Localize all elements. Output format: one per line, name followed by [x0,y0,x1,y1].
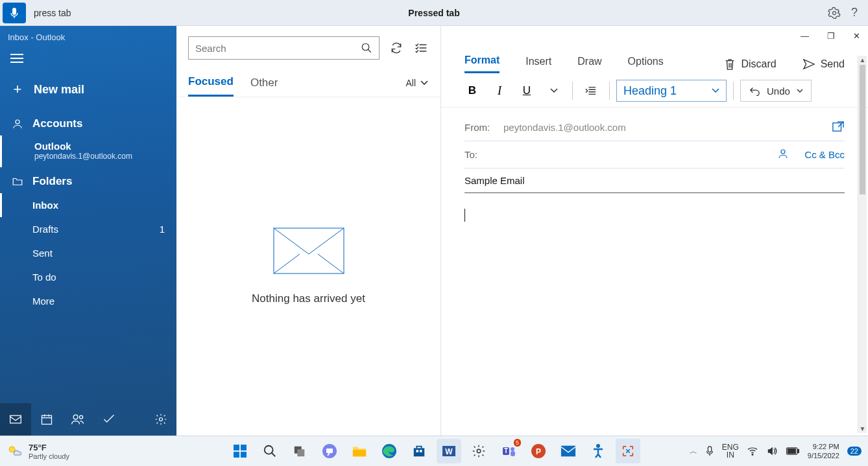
svg-rect-20 [326,449,333,453]
weather-widget[interactable]: 75°F Partly cloudy [6,443,69,460]
teams-button[interactable]: T 5 [496,439,521,463]
undo-button[interactable]: Undo [740,80,812,102]
chat-button[interactable] [317,439,342,463]
subject-value[interactable]: Sample Email [464,175,845,186]
scroll-up-arrow[interactable]: ▲ [858,56,867,64]
select-mode-button[interactable] [413,40,429,56]
folder-count: 1 [160,224,165,235]
mic-button[interactable] [3,3,26,23]
from-value: peytondavis.1@outlook.com [503,122,824,133]
notification-count[interactable]: 22 [847,447,862,456]
explorer-button[interactable] [347,439,372,463]
underline-button[interactable]: U [515,80,538,102]
scroll-down-arrow[interactable]: ▼ [858,425,867,432]
hamburger-button[interactable] [0,46,176,75]
task-view-button[interactable] [287,439,312,463]
refresh-button[interactable] [389,40,404,56]
nav-settings-button[interactable] [145,403,176,436]
chevron-down-icon [797,89,803,93]
folder-icon [12,176,23,187]
tab-format[interactable]: Format [464,54,500,73]
svg-text:W: W [445,447,453,456]
tab-insert[interactable]: Insert [525,56,551,73]
powerpoint-button[interactable]: P [526,439,551,463]
empty-state: Nothing has arrived yet [176,97,440,436]
svg-point-7 [362,43,369,51]
folders-header[interactable]: Folders [0,167,176,193]
bold-button[interactable]: B [461,80,484,102]
svg-rect-21 [353,450,366,456]
accessibility-button[interactable] [586,439,610,463]
new-mail-button[interactable]: + New mail [0,75,176,110]
filter-label: All [405,78,416,88]
tab-options[interactable]: Options [628,56,664,73]
volume-icon[interactable] [766,446,778,456]
snip-button[interactable] [616,439,640,463]
taskbar-center: W T 5 P [228,439,640,463]
search-input[interactable] [195,43,361,54]
settings-button[interactable] [466,439,491,463]
scroll-thumb[interactable] [860,65,865,194]
account-item[interactable]: Outlook peytondavis.1@outlook.com [0,135,176,167]
account-email: peytondavis.1@outlook.com [34,152,165,161]
tray-overflow-button[interactable]: ︿ [690,446,697,457]
person-icon [777,148,789,159]
folder-drafts[interactable]: Drafts 1 [0,217,176,241]
contacts-button[interactable] [777,148,789,161]
text-cursor [464,209,465,222]
language-indicator[interactable]: ENG IN [722,443,739,459]
chevron-down-icon [550,88,558,93]
send-button[interactable]: Send [802,58,845,70]
edge-button[interactable] [377,439,402,463]
tab-other[interactable]: Other [250,76,278,96]
gear-icon[interactable] [828,6,841,19]
battery-icon[interactable] [786,447,800,455]
mail-app-button[interactable] [556,439,581,463]
tab-focused[interactable]: Focused [188,75,234,97]
style-dropdown[interactable]: Heading 1 [616,80,727,102]
open-new-window-button[interactable] [832,121,845,134]
help-icon[interactable]: ? [851,6,858,19]
mic-tray-icon[interactable] [705,446,714,456]
nav-people-button[interactable] [62,403,93,436]
clock[interactable]: 9:22 PM 9/15/2022 [808,442,839,460]
weather-cond: Partly cloudy [29,452,69,460]
nav-todo-button[interactable] [93,403,125,436]
folder-inbox[interactable]: Inbox [0,193,176,217]
compose-body[interactable] [441,193,868,436]
new-mail-label: New mail [34,83,84,97]
tab-draw[interactable]: Draw [577,56,601,73]
accounts-header[interactable]: Accounts [0,110,176,135]
folder-icon [352,444,367,458]
close-button[interactable]: ✕ [853,31,860,41]
nav-mail-button[interactable] [0,403,31,436]
cc-bcc-button[interactable]: Cc & Bcc [804,149,845,160]
search-box[interactable] [188,36,380,60]
indent-button[interactable] [579,80,603,102]
maximize-button[interactable]: ❐ [827,31,835,41]
subject-row[interactable]: Sample Email [464,169,845,193]
store-button[interactable] [407,439,431,463]
wifi-icon[interactable] [747,447,758,456]
svg-rect-40 [798,449,799,452]
word-button[interactable]: W [437,439,461,463]
taskview-icon [293,445,307,458]
to-row[interactable]: To: Cc & Bcc [464,141,845,169]
start-button[interactable] [228,439,252,463]
teams-badge: 5 [514,439,521,447]
font-more-dropdown[interactable] [542,80,566,102]
folder-todo[interactable]: To do [0,265,176,289]
folder-more[interactable]: More [0,289,176,313]
filter-dropdown[interactable]: All [405,78,429,95]
italic-button[interactable]: I [488,80,511,102]
nav-calendar-button[interactable] [31,403,62,436]
svg-rect-35 [561,446,575,457]
search-button[interactable] [258,439,282,463]
undo-label: Undo [767,86,790,97]
vertical-scrollbar[interactable]: ▲ ▼ [858,56,867,433]
style-dropdown-value: Heading 1 [623,84,677,98]
discard-button[interactable]: Discard [724,58,776,71]
minimize-button[interactable]: — [801,31,809,41]
folder-sent[interactable]: Sent [0,241,176,265]
format-toolbar: B I U Heading 1 Undo [441,73,868,108]
